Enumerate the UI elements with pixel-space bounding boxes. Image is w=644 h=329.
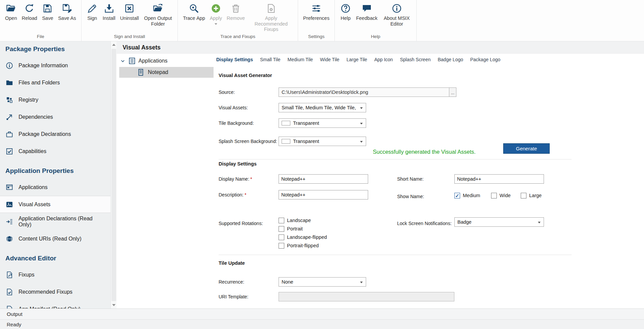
chevron-down-icon	[120, 58, 126, 64]
open-button-label: Open	[5, 15, 17, 21]
output-panel-header[interactable]: Output	[0, 308, 644, 319]
trace-app-button[interactable]: Trace App	[181, 1, 207, 22]
sidebar-item-package-information[interactable]: Package Information	[0, 57, 110, 74]
save-as-button[interactable]: Save As	[56, 1, 78, 22]
scroll-down-arrow[interactable]	[111, 302, 117, 308]
sidebar-item-files-and-folders[interactable]: Files and Folders	[0, 74, 110, 91]
tab-large-tile[interactable]: Large Tile	[346, 57, 368, 62]
apply-button[interactable]: Apply	[207, 1, 224, 26]
visual-assets-dropdown[interactable]: Small Tile, Medium Tile, Wide Tile, Larg…	[279, 103, 366, 112]
ribbon-group-sign-and-install: Sign Install Uninstall Open Output Folde…	[82, 0, 178, 41]
sidebar-item-application-declarations[interactable]: Application Declarations (Read Only)	[0, 213, 110, 230]
section-title-visual-asset-generator: Visual Asset Generator	[219, 73, 272, 78]
checkbox-wide-label: Wide	[500, 193, 511, 198]
sidebar-item-capabilities[interactable]: Capabilities	[0, 143, 110, 160]
tree-node-applications[interactable]: Applications	[117, 56, 214, 66]
apply-recommended-fixups-icon	[266, 3, 277, 14]
checkbox-portrait[interactable]	[279, 226, 284, 232]
tab-app-icon[interactable]: App Icon	[374, 57, 393, 62]
sidebar-item-app-manifest[interactable]: App Manifest (Read Only)	[0, 300, 110, 308]
checkbox-landscape-flipped[interactable]	[279, 234, 284, 240]
short-name-input[interactable]	[454, 174, 544, 184]
checkbox-portrait-flipped[interactable]	[279, 243, 284, 249]
sidebar-scrollbar[interactable]	[110, 41, 117, 308]
description-input[interactable]	[279, 190, 368, 199]
registry-icon	[5, 96, 13, 104]
checkbox-medium[interactable]	[454, 193, 460, 198]
sidebar-item-registry[interactable]: Registry	[0, 91, 110, 108]
sidebar-item-recommended-fixups[interactable]: Recommended Fixups	[0, 283, 110, 300]
sidebar-item-content-uris[interactable]: Content URIs (Read Only)	[0, 230, 110, 247]
tab-medium-tile[interactable]: Medium Tile	[287, 57, 314, 62]
sidebar-item-package-declarations[interactable]: Package Declarations	[0, 125, 110, 143]
sidebar-item-visual-assets[interactable]: Visual Assets	[0, 196, 110, 213]
section-divider	[219, 255, 572, 255]
help-button-label: Help	[341, 15, 351, 21]
reload-button[interactable]: Reload	[19, 1, 39, 22]
tab-small-tile[interactable]: Small Tile	[259, 57, 281, 62]
tab-wide-tile[interactable]: Wide Tile	[319, 57, 340, 62]
scroll-up-arrow[interactable]	[111, 41, 117, 48]
remove-button[interactable]: Remove	[224, 1, 247, 22]
sign-button[interactable]: Sign	[84, 1, 100, 22]
install-arrow-icon	[104, 3, 115, 14]
reload-button-label: Reload	[22, 15, 37, 21]
tab-display-settings[interactable]: Display Settings	[216, 57, 254, 62]
checkbox-wide[interactable]	[491, 193, 497, 198]
tab-bar: Display Settings Small Tile Medium Tile …	[216, 55, 501, 64]
rotation-landscape-option: Landscape	[279, 217, 311, 224]
scrollbar-thumb[interactable]	[111, 49, 116, 301]
ribbon-group-help-label: Help	[337, 33, 414, 41]
lock-screen-notifications-label: Lock Screen Notifications:	[397, 219, 452, 228]
tab-splash-screen[interactable]: Splash Screen	[399, 57, 431, 62]
uri-template-input[interactable]	[279, 292, 454, 301]
install-button-label: Install	[103, 15, 116, 21]
sidebar-item-dependencies[interactable]: Dependencies	[0, 108, 110, 125]
preferences-button-label: Preferences	[303, 15, 329, 21]
preferences-button[interactable]: Preferences	[301, 1, 332, 22]
apply-plus-icon	[211, 3, 221, 14]
open-output-folder-button-label: Open Output Folder	[143, 15, 172, 27]
open-button[interactable]: Open	[3, 1, 19, 22]
feedback-button[interactable]: Feedback	[354, 1, 380, 22]
display-name-input[interactable]	[279, 174, 368, 184]
checkbox-landscape-flipped-label: Landscape-flipped	[287, 234, 327, 240]
tile-background-dropdown[interactable]: Transparent	[279, 118, 366, 128]
splash-screen-background-dropdown[interactable]: Transparent	[279, 137, 366, 146]
package-icon	[5, 130, 13, 138]
source-input[interactable]	[279, 87, 449, 97]
sidebar-item-fixups[interactable]: Fixups	[0, 266, 110, 283]
browse-button[interactable]: ...	[449, 87, 456, 97]
checkbox-large-label: Large	[529, 193, 542, 198]
tab-package-logo[interactable]: Package Logo	[470, 57, 501, 62]
apply-recommended-fixups-button[interactable]: Apply Recommended Fixups	[247, 1, 295, 33]
open-folder-icon	[6, 3, 17, 14]
apply-button-label: Apply	[210, 15, 222, 21]
remove-trash-icon	[230, 3, 241, 14]
generate-button[interactable]: Generate	[503, 143, 550, 154]
checkbox-landscape[interactable]	[279, 218, 284, 223]
required-marker: *	[245, 192, 246, 197]
open-output-folder-button[interactable]: Open Output Folder	[141, 1, 175, 27]
uninstall-button[interactable]: Uninstall	[118, 1, 141, 22]
tree-node-label: Applications	[138, 58, 167, 64]
help-button[interactable]: Help	[337, 1, 354, 22]
triangle-down-icon	[112, 304, 116, 306]
about-msix-editor-button[interactable]: About MSIX Editor	[380, 1, 414, 27]
show-name-wide-option: Wide	[491, 192, 511, 199]
sidebar-item-label: Files and Folders	[19, 80, 60, 86]
preferences-sliders-icon	[311, 3, 322, 14]
tab-badge-logo[interactable]: Badge Logo	[437, 57, 464, 62]
source-field-group: ...	[279, 87, 456, 97]
recurrence-dropdown[interactable]: None	[279, 277, 366, 287]
tree-node-notepad[interactable]: Notepad	[119, 67, 214, 78]
section-title-tile-update: Tile Update	[219, 260, 245, 266]
lock-screen-notifications-dropdown[interactable]: Badge	[454, 217, 544, 227]
dependencies-icon	[5, 113, 13, 121]
sidebar-item-applications[interactable]: Applications	[0, 179, 110, 196]
checkbox-large[interactable]	[521, 193, 526, 198]
page-title: Visual Assets	[123, 44, 161, 51]
save-button[interactable]: Save	[39, 1, 56, 22]
open-output-folder-icon	[153, 3, 163, 14]
install-button[interactable]: Install	[100, 1, 118, 22]
